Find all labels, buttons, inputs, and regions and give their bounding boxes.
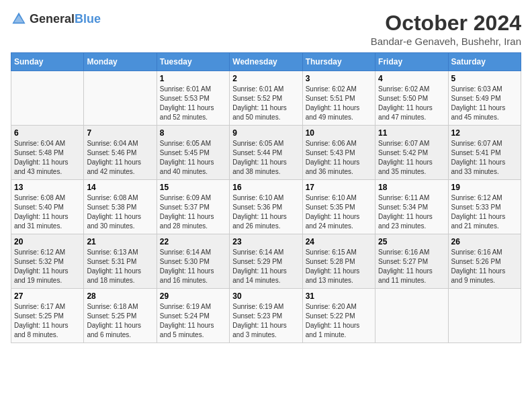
day-info: Sunrise: 6:03 AMSunset: 5:49 PMDaylight:… — [451, 85, 518, 122]
day-number: 22 — [160, 237, 226, 246]
calendar-cell: 13Sunrise: 6:08 AMSunset: 5:40 PMDayligh… — [11, 180, 84, 234]
calendar-cell — [375, 289, 448, 343]
day-info: Sunrise: 6:10 AMSunset: 5:35 PMDaylight:… — [306, 193, 372, 231]
page-header: GeneralBlue October 2024 Bandar-e Genave… — [11, 11, 521, 47]
logo-text-general: General — [30, 12, 75, 26]
day-info: Sunrise: 6:14 AMSunset: 5:29 PMDaylight:… — [232, 248, 299, 285]
day-info: Sunrise: 6:16 AMSunset: 5:26 PMDaylight:… — [451, 248, 518, 285]
calendar-cell: 15Sunrise: 6:09 AMSunset: 5:37 PMDayligh… — [157, 180, 229, 234]
day-number: 18 — [378, 183, 445, 192]
calendar-cell: 8Sunrise: 6:05 AMSunset: 5:45 PMDaylight… — [157, 126, 229, 180]
logo-text-blue: Blue — [75, 12, 101, 26]
day-info: Sunrise: 6:07 AMSunset: 5:41 PMDaylight:… — [451, 139, 518, 177]
day-number: 4 — [378, 74, 445, 83]
calendar-cell — [84, 71, 157, 126]
calendar-cell: 3Sunrise: 6:02 AMSunset: 5:51 PMDaylight… — [302, 71, 375, 126]
day-info: Sunrise: 6:04 AMSunset: 5:48 PMDaylight:… — [14, 139, 81, 177]
calendar-cell: 10Sunrise: 6:06 AMSunset: 5:43 PMDayligh… — [302, 126, 375, 180]
calendar-cell: 14Sunrise: 6:08 AMSunset: 5:38 PMDayligh… — [84, 180, 157, 234]
calendar-table: SundayMondayTuesdayWednesdayThursdayFrid… — [11, 52, 521, 343]
day-info: Sunrise: 6:08 AMSunset: 5:38 PMDaylight:… — [87, 193, 153, 231]
calendar-cell: 16Sunrise: 6:10 AMSunset: 5:36 PMDayligh… — [230, 180, 302, 234]
day-info: Sunrise: 6:19 AMSunset: 5:23 PMDaylight:… — [232, 302, 299, 340]
day-info: Sunrise: 6:12 AMSunset: 5:32 PMDaylight:… — [14, 248, 81, 285]
calendar-cell — [448, 289, 521, 343]
calendar-cell: 30Sunrise: 6:19 AMSunset: 5:23 PMDayligh… — [230, 289, 302, 343]
calendar-cell: 23Sunrise: 6:14 AMSunset: 5:29 PMDayligh… — [230, 234, 302, 289]
calendar-cell: 6Sunrise: 6:04 AMSunset: 5:48 PMDaylight… — [11, 126, 84, 180]
header-row: SundayMondayTuesdayWednesdayThursdayFrid… — [11, 53, 521, 71]
day-info: Sunrise: 6:14 AMSunset: 5:30 PMDaylight:… — [160, 248, 226, 285]
day-info: Sunrise: 6:04 AMSunset: 5:46 PMDaylight:… — [87, 139, 153, 177]
calendar-cell: 4Sunrise: 6:02 AMSunset: 5:50 PMDaylight… — [375, 71, 448, 126]
day-number: 28 — [87, 291, 153, 301]
day-number: 2 — [232, 74, 299, 83]
day-info: Sunrise: 6:17 AMSunset: 5:25 PMDaylight:… — [14, 302, 81, 340]
day-number: 31 — [306, 291, 372, 301]
calendar-cell: 12Sunrise: 6:07 AMSunset: 5:41 PMDayligh… — [448, 126, 521, 180]
day-info: Sunrise: 6:02 AMSunset: 5:50 PMDaylight:… — [378, 85, 445, 122]
calendar-cell — [11, 71, 84, 126]
day-info: Sunrise: 6:05 AMSunset: 5:44 PMDaylight:… — [232, 139, 299, 177]
day-number: 12 — [451, 128, 518, 138]
day-info: Sunrise: 6:12 AMSunset: 5:33 PMDaylight:… — [451, 193, 518, 231]
calendar-cell: 20Sunrise: 6:12 AMSunset: 5:32 PMDayligh… — [11, 234, 84, 289]
calendar-cell: 29Sunrise: 6:19 AMSunset: 5:24 PMDayligh… — [157, 289, 229, 343]
week-row-2: 6Sunrise: 6:04 AMSunset: 5:48 PMDaylight… — [11, 126, 521, 180]
calendar-cell: 19Sunrise: 6:12 AMSunset: 5:33 PMDayligh… — [448, 180, 521, 234]
day-info: Sunrise: 6:07 AMSunset: 5:42 PMDaylight:… — [378, 139, 445, 177]
calendar-cell: 31Sunrise: 6:20 AMSunset: 5:22 PMDayligh… — [302, 289, 375, 343]
day-number: 1 — [160, 74, 226, 83]
day-info: Sunrise: 6:05 AMSunset: 5:45 PMDaylight:… — [160, 139, 226, 177]
day-number: 21 — [87, 237, 153, 246]
column-header-tuesday: Tuesday — [157, 53, 229, 71]
calendar-cell: 9Sunrise: 6:05 AMSunset: 5:44 PMDaylight… — [230, 126, 302, 180]
calendar-cell: 22Sunrise: 6:14 AMSunset: 5:30 PMDayligh… — [157, 234, 229, 289]
day-info: Sunrise: 6:13 AMSunset: 5:31 PMDaylight:… — [87, 248, 153, 285]
calendar-cell: 11Sunrise: 6:07 AMSunset: 5:42 PMDayligh… — [375, 126, 448, 180]
day-info: Sunrise: 6:18 AMSunset: 5:25 PMDaylight:… — [87, 302, 153, 340]
subtitle: Bandar-e Genaveh, Bushehr, Iran — [371, 36, 521, 47]
calendar-cell: 17Sunrise: 6:10 AMSunset: 5:35 PMDayligh… — [302, 180, 375, 234]
calendar-cell: 24Sunrise: 6:15 AMSunset: 5:28 PMDayligh… — [302, 234, 375, 289]
day-number: 19 — [451, 183, 518, 192]
day-info: Sunrise: 6:19 AMSunset: 5:24 PMDaylight:… — [160, 302, 226, 340]
logo: GeneralBlue — [11, 11, 101, 27]
week-row-4: 20Sunrise: 6:12 AMSunset: 5:32 PMDayligh… — [11, 234, 521, 289]
day-number: 6 — [14, 128, 81, 138]
day-number: 7 — [87, 128, 153, 138]
day-number: 14 — [87, 183, 153, 192]
day-number: 17 — [306, 183, 372, 192]
calendar-cell: 1Sunrise: 6:01 AMSunset: 5:53 PMDaylight… — [157, 71, 229, 126]
column-header-monday: Monday — [84, 53, 157, 71]
logo-icon — [11, 11, 27, 27]
day-number: 13 — [14, 183, 81, 192]
week-row-3: 13Sunrise: 6:08 AMSunset: 5:40 PMDayligh… — [11, 180, 521, 234]
day-number: 5 — [451, 74, 518, 83]
day-number: 23 — [232, 237, 299, 246]
day-info: Sunrise: 6:02 AMSunset: 5:51 PMDaylight:… — [306, 85, 372, 122]
day-info: Sunrise: 6:16 AMSunset: 5:27 PMDaylight:… — [378, 248, 445, 285]
day-info: Sunrise: 6:10 AMSunset: 5:36 PMDaylight:… — [232, 193, 299, 231]
column-header-friday: Friday — [375, 53, 448, 71]
calendar-cell: 26Sunrise: 6:16 AMSunset: 5:26 PMDayligh… — [448, 234, 521, 289]
calendar-cell: 28Sunrise: 6:18 AMSunset: 5:25 PMDayligh… — [84, 289, 157, 343]
calendar-cell: 25Sunrise: 6:16 AMSunset: 5:27 PMDayligh… — [375, 234, 448, 289]
day-info: Sunrise: 6:01 AMSunset: 5:53 PMDaylight:… — [160, 85, 226, 122]
day-info: Sunrise: 6:11 AMSunset: 5:34 PMDaylight:… — [378, 193, 445, 231]
calendar-cell: 5Sunrise: 6:03 AMSunset: 5:49 PMDaylight… — [448, 71, 521, 126]
week-row-5: 27Sunrise: 6:17 AMSunset: 5:25 PMDayligh… — [11, 289, 521, 343]
main-title: October 2024 — [371, 11, 521, 36]
column-header-saturday: Saturday — [448, 53, 521, 71]
day-number: 30 — [232, 291, 299, 301]
calendar-cell: 7Sunrise: 6:04 AMSunset: 5:46 PMDaylight… — [84, 126, 157, 180]
column-header-sunday: Sunday — [11, 53, 84, 71]
day-number: 16 — [232, 183, 299, 192]
day-number: 9 — [232, 128, 299, 138]
calendar-cell: 2Sunrise: 6:01 AMSunset: 5:52 PMDaylight… — [230, 71, 302, 126]
day-number: 27 — [14, 291, 81, 301]
day-number: 24 — [306, 237, 372, 246]
day-info: Sunrise: 6:01 AMSunset: 5:52 PMDaylight:… — [232, 85, 299, 122]
column-header-thursday: Thursday — [302, 53, 375, 71]
day-number: 25 — [378, 237, 445, 246]
